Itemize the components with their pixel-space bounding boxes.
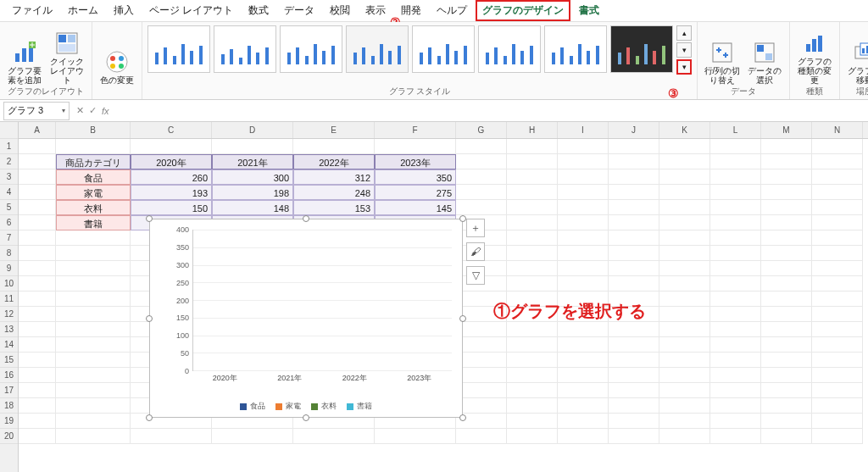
row-header-3[interactable]: 3 (0, 169, 18, 185)
cell-N6[interactable] (812, 215, 863, 230)
col-header-C[interactable]: C (131, 122, 212, 138)
cell-J20[interactable] (609, 429, 659, 444)
chart-handle-bl[interactable] (146, 414, 153, 421)
cell-I17[interactable] (558, 383, 609, 398)
cell-F3[interactable]: 350 (375, 169, 456, 185)
cell-N18[interactable] (812, 398, 863, 414)
cell-H3[interactable] (507, 169, 558, 185)
cell-H9[interactable] (507, 261, 558, 276)
cell-I19[interactable] (558, 414, 609, 429)
cell-A11[interactable] (19, 292, 56, 307)
cell-B5[interactable]: 衣料 (56, 200, 131, 215)
cell-J16[interactable] (609, 368, 659, 383)
enter-formula-icon[interactable]: ✓ (89, 105, 97, 116)
tab-chart-design[interactable]: グラフのデザイン (476, 0, 570, 21)
cell-K15[interactable] (659, 353, 710, 368)
cell-H13[interactable] (507, 322, 558, 337)
cell-N10[interactable] (812, 276, 863, 292)
cell-B14[interactable] (56, 337, 131, 353)
add-chart-element-button[interactable]: グラフ要素を追加 (5, 25, 44, 85)
cell-I20[interactable] (558, 429, 609, 444)
chart-style-3[interactable] (280, 25, 342, 73)
select-data-button[interactable]: データの選択 (745, 25, 784, 85)
cell-J5[interactable] (609, 200, 659, 215)
cell-L19[interactable] (710, 414, 761, 429)
cell-B8[interactable] (56, 246, 131, 261)
cell-J14[interactable] (609, 337, 659, 353)
cell-H17[interactable] (507, 383, 558, 398)
cell-I18[interactable] (558, 398, 609, 414)
cell-M13[interactable] (761, 322, 812, 337)
row-header-5[interactable]: 5 (0, 200, 18, 215)
fx-icon[interactable]: fx (102, 106, 109, 116)
cell-B12[interactable] (56, 307, 131, 322)
chart-style-4[interactable] (346, 25, 409, 73)
row-header-18[interactable]: 18 (0, 398, 18, 414)
cell-A20[interactable] (19, 429, 56, 444)
quick-layout-button[interactable]: クイックレイアウト (47, 25, 86, 85)
switch-row-col-button[interactable]: 行/列の切り替え (703, 25, 742, 85)
row-header-16[interactable]: 16 (0, 368, 18, 383)
formula-input[interactable] (109, 102, 868, 120)
col-header-D[interactable]: D (212, 122, 293, 138)
row-header-12[interactable]: 12 (0, 307, 18, 322)
cell-A3[interactable] (19, 169, 56, 185)
cell-M19[interactable] (761, 414, 812, 429)
cell-G13[interactable] (456, 322, 507, 337)
cell-I2[interactable] (558, 154, 609, 169)
cell-H4[interactable] (507, 185, 558, 200)
cell-D5[interactable]: 148 (212, 200, 293, 215)
row-header-11[interactable]: 11 (0, 292, 18, 307)
row-header-19[interactable]: 19 (0, 414, 18, 429)
cell-B13[interactable] (56, 322, 131, 337)
row-header-7[interactable]: 7 (0, 230, 18, 246)
cell-G14[interactable] (456, 337, 507, 353)
cell-E5[interactable]: 153 (293, 200, 375, 215)
cell-L9[interactable] (710, 261, 761, 276)
row-header-2[interactable]: 2 (0, 154, 18, 169)
cell-M11[interactable] (761, 292, 812, 307)
cell-E4[interactable]: 248 (293, 185, 375, 200)
cell-K19[interactable] (659, 414, 710, 429)
cell-I14[interactable] (558, 337, 609, 353)
cell-B6[interactable]: 書籍 (56, 215, 131, 230)
tab-format[interactable]: 書式 (572, 0, 606, 21)
cell-H14[interactable] (507, 337, 558, 353)
cell-F1[interactable] (375, 139, 456, 154)
cell-K20[interactable] (659, 429, 710, 444)
cell-K14[interactable] (659, 337, 710, 353)
cell-J10[interactable] (609, 276, 659, 292)
col-header-J[interactable]: J (609, 122, 659, 138)
cell-N20[interactable] (812, 429, 863, 444)
cell-K13[interactable] (659, 322, 710, 337)
cell-M5[interactable] (761, 200, 812, 215)
cell-B4[interactable]: 家電 (56, 185, 131, 200)
tab-page-layout[interactable]: ページ レイアウト (142, 0, 240, 21)
cell-M8[interactable] (761, 246, 812, 261)
row-header-1[interactable]: 1 (0, 139, 18, 154)
chart-legend[interactable]: 食品家電衣料書籍 (150, 401, 462, 412)
cell-G16[interactable] (456, 368, 507, 383)
cell-G1[interactable] (456, 139, 507, 154)
cell-A10[interactable] (19, 276, 56, 292)
cell-B7[interactable] (56, 230, 131, 246)
cell-L16[interactable] (710, 368, 761, 383)
row-header-6[interactable]: 6 (0, 215, 18, 230)
chart-handle-ml[interactable] (146, 315, 153, 322)
cell-B18[interactable] (56, 398, 131, 414)
cell-F5[interactable]: 145 (375, 200, 456, 215)
cell-K2[interactable] (659, 154, 710, 169)
cell-J2[interactable] (609, 154, 659, 169)
cell-N19[interactable] (812, 414, 863, 429)
tab-view[interactable]: 表示 (359, 0, 392, 21)
change-chart-type-button[interactable]: グラフの種類の変更 (795, 25, 834, 85)
cell-J17[interactable] (609, 383, 659, 398)
cell-I3[interactable] (558, 169, 609, 185)
chart-style-2[interactable] (214, 25, 276, 73)
cell-N16[interactable] (812, 368, 863, 383)
cell-K3[interactable] (659, 169, 710, 185)
row-header-4[interactable]: 4 (0, 185, 18, 200)
cell-K18[interactable] (659, 398, 710, 414)
cell-K4[interactable] (659, 185, 710, 200)
cell-M15[interactable] (761, 353, 812, 368)
